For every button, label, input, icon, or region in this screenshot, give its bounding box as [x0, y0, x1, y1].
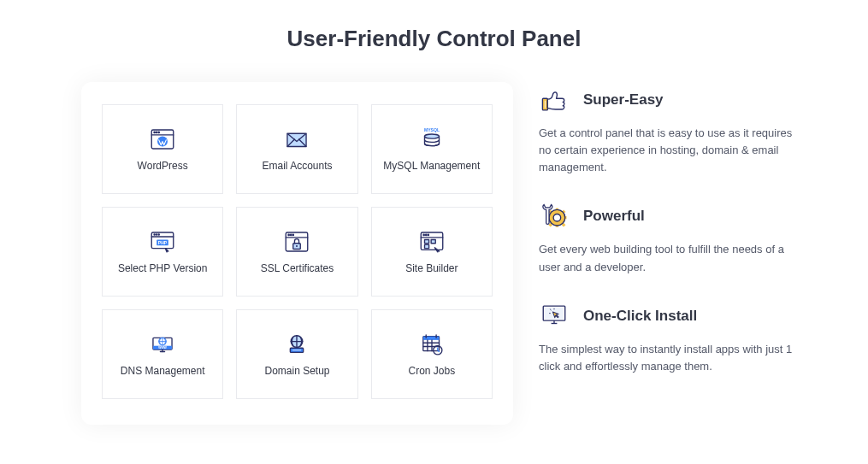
domain-icon — [282, 332, 311, 356]
svg-point-13 — [158, 233, 159, 234]
tile-label: MySQL Management — [383, 160, 480, 172]
content-row: WordPress Email Accounts — [0, 82, 868, 425]
feature-powerful: Powerful Get every web building tool to … — [539, 202, 800, 275]
svg-point-17 — [288, 234, 289, 235]
php-badge: PHP — [158, 239, 168, 244]
svg-point-8 — [424, 134, 439, 138]
svg-rect-28 — [431, 239, 435, 243]
svg-rect-27 — [424, 239, 428, 243]
svg-point-4 — [158, 132, 159, 132]
tile-label: Domain Setup — [264, 365, 329, 377]
tile-label: Email Accounts — [262, 160, 332, 172]
svg-point-3 — [156, 132, 157, 132]
site-builder-icon — [417, 230, 446, 254]
tile-domain-setup[interactable]: Domain Setup — [236, 309, 357, 399]
svg-point-12 — [156, 233, 157, 234]
feature-title: Powerful — [583, 208, 645, 225]
features-column: Super-Easy Get a control panel that is e… — [539, 82, 800, 425]
svg-point-21 — [296, 245, 298, 247]
tile-cron-jobs[interactable]: Cron Jobs — [371, 309, 493, 399]
tile-label: DNS Management — [121, 365, 205, 377]
tile-mysql-management[interactable]: MYSQL MySQL Management — [371, 104, 493, 194]
page-title: User-Friendly Control Panel — [0, 26, 868, 52]
svg-point-26 — [428, 234, 428, 235]
svg-point-11 — [154, 233, 155, 234]
gear-wrench-icon — [539, 202, 570, 231]
mysql-badge: MYSQL — [424, 127, 440, 132]
tiles-grid: WordPress Email Accounts — [102, 104, 493, 399]
tile-label: Select PHP Version — [118, 262, 208, 274]
email-icon — [282, 127, 311, 151]
thumbs-up-icon — [539, 85, 570, 115]
svg-rect-29 — [424, 244, 428, 248]
dns-icon: WWW — [148, 332, 177, 356]
svg-point-18 — [291, 234, 292, 235]
svg-point-59 — [553, 214, 561, 222]
svg-point-19 — [293, 234, 294, 235]
feature-super-easy: Super-Easy Get a control panel that is e… — [539, 85, 800, 176]
tile-select-php-version[interactable]: PHP Select PHP Version — [102, 207, 223, 297]
svg-point-25 — [425, 234, 426, 235]
svg-point-2 — [154, 132, 155, 132]
feature-title: Super-Easy — [583, 91, 664, 109]
php-icon: PHP — [148, 230, 177, 254]
feature-desc: The simplest way to instantly install ap… — [539, 341, 800, 375]
tile-site-builder[interactable]: Site Builder — [371, 207, 493, 297]
monitor-click-icon — [539, 302, 570, 331]
cron-icon — [417, 332, 446, 356]
control-panel-card: WordPress Email Accounts — [81, 82, 513, 425]
ssl-icon — [282, 230, 311, 254]
wordpress-icon — [148, 127, 177, 151]
tile-email-accounts[interactable]: Email Accounts — [236, 104, 357, 194]
tile-wordpress[interactable]: WordPress — [102, 104, 223, 194]
tile-ssl-certificates[interactable]: SSL Certificates — [236, 207, 357, 297]
feature-desc: Get every web building tool to fulfill t… — [539, 241, 800, 275]
tile-label: Site Builder — [405, 262, 458, 274]
tile-dns-management[interactable]: WWW DNS Management — [102, 309, 223, 399]
svg-point-24 — [423, 234, 424, 235]
tile-label: SSL Certificates — [261, 262, 334, 274]
feature-title: One-Click Install — [583, 308, 697, 325]
tile-label: Cron Jobs — [408, 365, 455, 377]
tile-label: WordPress — [138, 160, 188, 172]
feature-desc: Get a control panel that is easy to use … — [539, 125, 800, 176]
feature-one-click-install: One-Click Install The simplest way to in… — [539, 302, 800, 375]
mysql-icon: MYSQL — [417, 127, 446, 151]
